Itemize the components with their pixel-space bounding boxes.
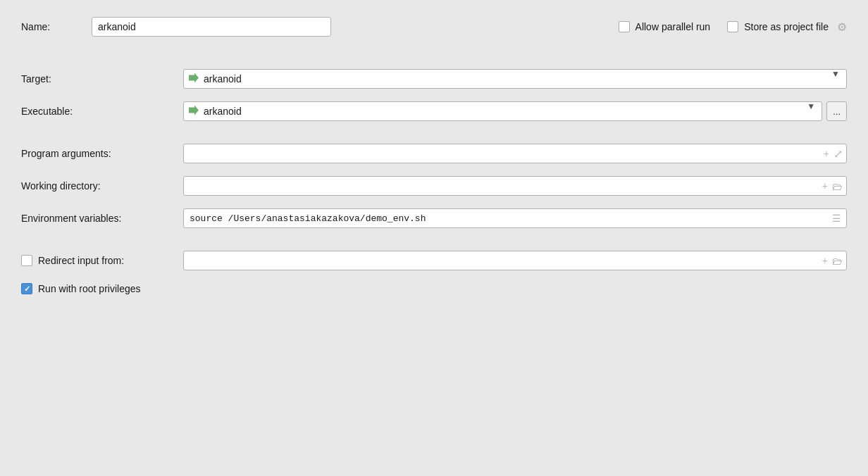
target-dropdown-wrapper: arkanoid ▼ [183,69,847,89]
allow-parallel-label[interactable]: Allow parallel run [619,21,711,32]
header-options: Allow parallel run Store as project file… [619,20,847,34]
redirect-input-row: Redirect input from: + 🗁 [21,251,847,270]
store-project-label[interactable]: Store as project file ⚙ [727,20,847,34]
environment-variables-label: Environment variables: [21,213,183,224]
target-select[interactable]: arkanoid [183,69,847,89]
add-directory-icon[interactable]: + [822,180,828,192]
executable-label: Executable: [21,106,183,117]
run-root-checkbox[interactable] [21,283,32,294]
store-project-text: Store as project file [744,21,829,32]
gear-icon[interactable]: ⚙ [837,20,847,34]
run-root-label: Run with root privileges [38,283,141,294]
name-input[interactable] [92,17,331,37]
store-project-checkbox[interactable] [727,21,738,32]
executable-row: Executable: arkanoid ▼ ... [21,101,847,121]
redirect-input-input[interactable] [183,251,847,270]
environment-variables-wrapper: ☰ [183,208,847,228]
target-row: Target: arkanoid ▼ [21,69,847,89]
browse-directory-icon[interactable]: 🗁 [832,180,843,192]
program-arguments-label: Program arguments: [21,148,183,159]
program-arguments-field: + ⤢ [183,144,847,163]
redirect-input-actions: + 🗁 [822,255,843,267]
program-arguments-row: Program arguments: + ⤢ [21,144,847,163]
program-arguments-actions: + ⤢ [824,147,843,161]
header-row: Name: Allow parallel run Store as projec… [21,17,847,37]
redirect-input-label: Redirect input from: [38,255,124,266]
program-arguments-input[interactable] [183,144,847,163]
executable-select[interactable]: arkanoid [183,101,822,121]
environment-variables-row: Environment variables: ☰ [21,208,847,228]
allow-parallel-checkbox[interactable] [619,21,630,32]
environment-variables-edit-icon[interactable]: ☰ [832,213,841,224]
add-argument-icon[interactable]: + [824,148,829,159]
target-label: Target: [21,73,183,84]
working-directory-row: Working directory: + 🗁 [21,176,847,196]
add-redirect-icon[interactable]: + [822,255,828,266]
browse-redirect-icon[interactable]: 🗁 [832,255,843,267]
working-directory-actions: + 🗁 [822,180,843,192]
expand-argument-icon[interactable]: ⤢ [833,147,843,161]
working-directory-label: Working directory: [21,180,183,192]
redirect-input-field: + 🗁 [183,251,847,270]
name-label: Name: [21,21,92,32]
executable-dropdown-wrapper: arkanoid ▼ [183,101,822,121]
environment-variables-input[interactable] [183,208,847,228]
browse-button[interactable]: ... [826,101,847,121]
working-directory-field: + 🗁 [183,176,847,196]
redirect-input-checkbox[interactable] [21,255,32,266]
executable-inner: arkanoid ▼ ... [183,101,847,121]
allow-parallel-text: Allow parallel run [636,21,711,32]
run-root-row: Run with root privileges [21,283,847,294]
working-directory-input[interactable] [183,176,847,196]
